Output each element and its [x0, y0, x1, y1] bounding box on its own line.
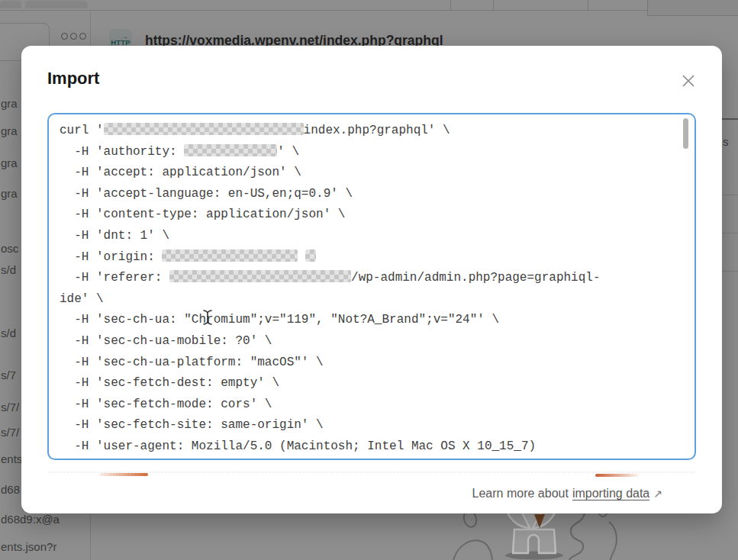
code-line: -H 'sec-fetch-dest: empty' \ — [60, 373, 681, 394]
code-line: -H 'referer: /wp-admin/admin.php?page=gr… — [60, 268, 681, 289]
redacted-text — [184, 144, 277, 156]
accent-dash — [99, 473, 148, 476]
scrollbar-thumb[interactable] — [683, 118, 688, 149]
external-link-icon: ↗ — [653, 488, 662, 500]
import-paste-textarea[interactable]: curl 'index.php?graphql' \ -H 'authority… — [47, 113, 696, 460]
code-line: -H 'authority: ' \ — [60, 142, 681, 163]
code-line: -H 'sec-ch-ua: "Chromium";v="119", "Not?… — [60, 310, 681, 331]
code-line: -H 'origin: — [60, 247, 681, 269]
redacted-text — [104, 123, 304, 135]
code-line: -H 'dnt: 1' \ — [60, 226, 681, 247]
code-line: -H 'content-type: application/json' \ — [60, 204, 681, 226]
accent-dash — [595, 474, 639, 477]
redacted-text — [305, 249, 316, 262]
code-line: curl 'index.php?graphql' \ — [60, 121, 681, 142]
curl-command-text: curl 'index.php?graphql' \ -H 'authority… — [60, 121, 681, 455]
import-modal: Import curl 'index.php?graphql' \ -H 'au… — [21, 46, 722, 513]
code-line: -H 'accept-language: en-US,en;q=0.9' \ — [60, 184, 681, 205]
code-line: -H 'sec-fetch-mode: cors' \ — [60, 394, 681, 416]
redacted-text — [162, 249, 298, 262]
code-line: -H 'sec-ch-ua-platform: "macOS"' \ — [60, 352, 681, 374]
code-line: -H 'sec-ch-ua-mobile: ?0' \ — [60, 331, 681, 352]
code-line: ide' \ — [60, 289, 681, 311]
redacted-text — [169, 270, 351, 282]
modal-title: Import — [47, 69, 99, 89]
modal-footer: Learn more about importing data ↗ — [472, 487, 662, 500]
footer-text: Learn more about — [472, 487, 569, 500]
text-cursor-icon — [201, 309, 214, 326]
importing-data-link[interactable]: importing data — [572, 487, 649, 500]
code-line: -H 'sec-fetch-site: same-origin' \ — [60, 415, 681, 436]
close-icon[interactable] — [681, 73, 696, 89]
code-line: -H 'accept: application/json' \ — [60, 163, 681, 184]
code-line: -H 'user-agent: Mozilla/5.0 (Macintosh; … — [60, 436, 681, 455]
